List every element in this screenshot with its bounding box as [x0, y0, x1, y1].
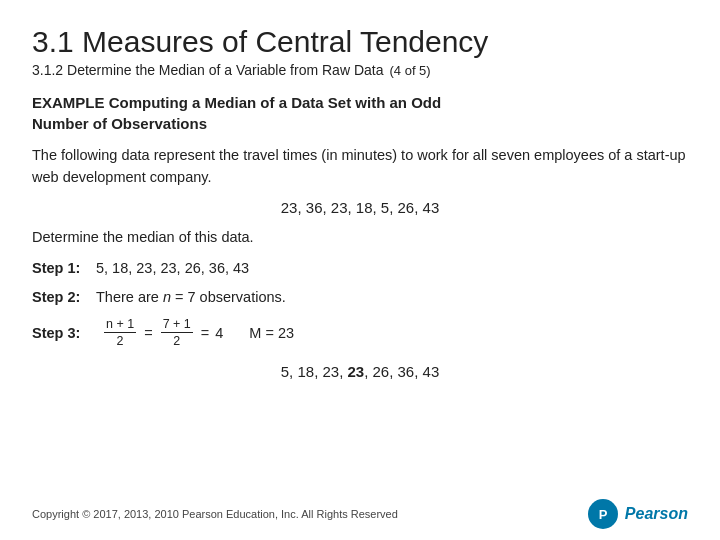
frac1-numerator: n + 1	[104, 316, 136, 333]
example-header-line1: EXAMPLE Computing a Median of a Data Set…	[32, 94, 441, 111]
subtitle: 3.1.2 Determine the Median of a Variable…	[32, 62, 383, 78]
body-paragraph: The following data represent the travel …	[32, 144, 688, 189]
subtitle-row: 3.1.2 Determine the Median of a Variable…	[32, 62, 688, 78]
step3-label: Step 3:	[32, 325, 92, 341]
step3-expression: n + 1 2 = 7 + 1 2 = 4 M = 23	[102, 316, 294, 350]
main-title: 3.1 Measures of Central Tendency	[32, 24, 688, 60]
final-post: , 26, 36, 43	[364, 363, 439, 380]
footer: Copyright © 2017, 2013, 2010 Pearson Edu…	[0, 498, 720, 530]
pearson-icon: P	[587, 498, 619, 530]
step1-label: Step 1:	[32, 258, 92, 280]
data-sequence: 23, 36, 23, 18, 5, 26, 43	[32, 199, 688, 216]
final-bold: 23	[347, 363, 364, 380]
pearson-logo: P Pearson	[587, 498, 688, 530]
svg-text:P: P	[599, 507, 608, 522]
frac1-denominator: 2	[115, 333, 126, 349]
pearson-label: Pearson	[625, 505, 688, 523]
step1-content: 5, 18, 23, 23, 26, 36, 43	[96, 258, 249, 280]
step3-M: M = 23	[249, 325, 294, 341]
step2-content: There are n = 7 observations.	[96, 287, 286, 309]
fraction-1: n + 1 2	[104, 316, 136, 350]
frac2-numerator: 7 + 1	[161, 316, 193, 333]
copyright-text: Copyright © 2017, 2013, 2010 Pearson Edu…	[32, 508, 398, 520]
example-header: EXAMPLE Computing a Median of a Data Set…	[32, 92, 688, 134]
determine-text: Determine the median of this data.	[32, 226, 688, 248]
page-indicator: (4 of 5)	[389, 63, 430, 78]
step3-four: 4	[215, 325, 223, 341]
step1-row: Step 1: 5, 18, 23, 23, 26, 36, 43	[32, 258, 688, 280]
step2-label: Step 2:	[32, 287, 92, 309]
frac2-denominator: 2	[171, 333, 182, 349]
final-pre: 5, 18, 23,	[281, 363, 348, 380]
step3-equals1: =	[144, 325, 152, 341]
step3-equals2: =	[201, 325, 209, 341]
step3-row: Step 3: n + 1 2 = 7 + 1 2 = 4 M = 23	[32, 316, 688, 350]
page-container: 3.1 Measures of Central Tendency 3.1.2 D…	[0, 0, 720, 540]
example-header-line2: Number of Observations	[32, 115, 207, 132]
step2-row: Step 2: There are n = 7 observations.	[32, 287, 688, 309]
fraction-2: 7 + 1 2	[161, 316, 193, 350]
final-sequence: 5, 18, 23, 23, 26, 36, 43	[32, 363, 688, 380]
